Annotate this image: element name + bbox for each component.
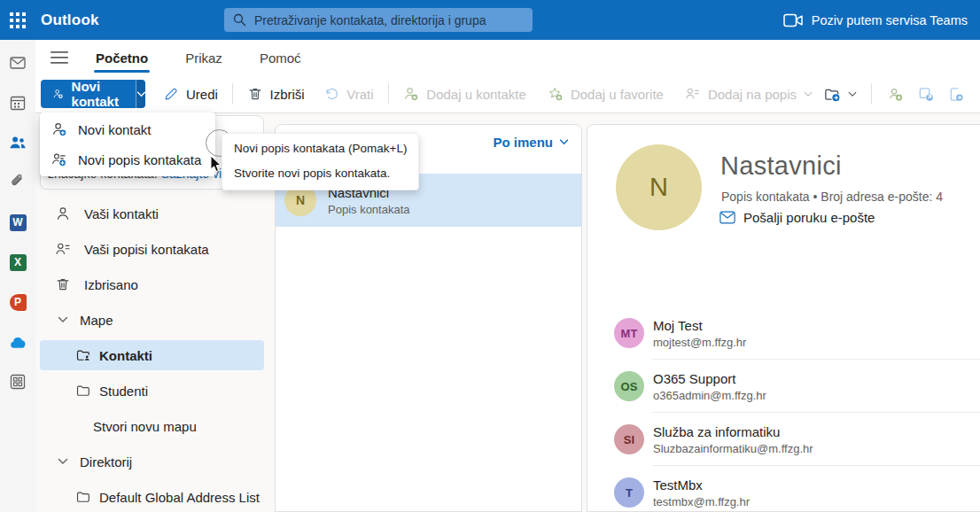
avatar: OS	[614, 371, 644, 401]
top-bar: Outlook Poziv putem servisa Teams	[0, 0, 980, 40]
menu-item-tooltip: Novi popis kontakata (Pomak+L) Stvorite …	[222, 133, 419, 190]
new-contact-menu: Novi kontakt Novi popis kontakata	[40, 112, 215, 176]
add-to-contacts-button[interactable]: Dodaj u kontakte	[397, 80, 532, 108]
group-meta: Popis kontakata • Broj adresa e-pošte: 4	[721, 190, 943, 204]
search-input[interactable]	[254, 13, 525, 27]
sidebar-item-vasi-kontakti[interactable]: Vaši kontakti	[40, 196, 264, 231]
excel-icon[interactable]: X	[9, 253, 27, 271]
menu-item-novi-kontakt[interactable]: Novi kontakt	[40, 114, 215, 144]
import-contacts-button[interactable]	[941, 80, 971, 108]
video-camera-icon	[783, 13, 803, 27]
sort-label: Po imenu	[493, 135, 553, 150]
undo-icon	[323, 86, 339, 102]
people-add-icon	[51, 151, 67, 167]
member-row-testmbx[interactable]: T TestMbx testmbx@m.ffzg.hr	[614, 466, 980, 512]
pencil-icon	[163, 86, 179, 102]
sidebar-group-mape[interactable]: Mape	[40, 302, 264, 337]
move-to-folder-button[interactable]	[818, 80, 862, 108]
folder-icon	[75, 383, 91, 399]
sidebar-item-stvori-novu-mapu[interactable]: Stvori novu mapu	[40, 408, 264, 444]
word-icon[interactable]: W	[9, 213, 27, 231]
mail-icon[interactable]	[9, 54, 27, 72]
onedrive-icon[interactable]	[9, 333, 27, 351]
sidebar-group-direktorij[interactable]: Direktorij	[40, 444, 264, 479]
trash-icon	[55, 276, 71, 292]
manage-contacts-button[interactable]	[881, 80, 911, 108]
toolbar-right-group	[818, 80, 971, 108]
sidebar-item-vasi-popisi[interactable]: Vaši popisi kontakata	[40, 231, 264, 267]
menu-item-novi-popis-kontakata[interactable]: Novi popis kontakata	[40, 144, 215, 175]
sidebar-item-default-gal[interactable]: Default Global Address List	[40, 479, 264, 512]
contact-type: Popis kontakata	[328, 203, 410, 216]
people-list-icon	[684, 86, 701, 102]
attachments-icon[interactable]	[9, 174, 27, 191]
member-name: TestMbx	[653, 477, 750, 493]
person-add-icon	[52, 86, 64, 102]
add-to-list-button[interactable]: Dodaj na popis	[679, 80, 818, 108]
tab-prikaz[interactable]: Prikaz	[183, 43, 224, 74]
sort-by-button[interactable]: Po imenu	[493, 135, 569, 150]
member-name: Moj Test	[653, 318, 746, 333]
add-to-favorites-button[interactable]: Dodaj u favorite	[541, 80, 669, 108]
delete-button[interactable]: Izbriši	[242, 80, 310, 108]
group-avatar: N	[616, 144, 702, 230]
person-add-icon	[51, 121, 67, 137]
tab-pomoc[interactable]: Pomoć	[258, 43, 303, 74]
export-icon	[917, 86, 935, 103]
new-contact-split-button: Novi kontakt	[41, 80, 145, 108]
chevron-down-icon	[58, 316, 68, 323]
search-icon	[232, 12, 247, 27]
new-contact-button[interactable]: Novi kontakt	[41, 80, 136, 108]
edit-button[interactable]: Uredi	[158, 80, 223, 108]
toolbar-separator	[871, 83, 872, 105]
person-icon	[55, 206, 71, 221]
app-launcher-button[interactable]	[0, 0, 35, 40]
folders-sidebar: Vaši kontakti Vaši popisi kontakata Izbr…	[40, 196, 264, 512]
contact-detail-pane: N Nastavnici Popis kontakata • Broj adre…	[587, 124, 980, 512]
send-email-link[interactable]: Pošalji poruku e-pošte	[719, 210, 875, 225]
trash-icon	[247, 86, 263, 102]
avatar: T	[614, 477, 644, 508]
member-email: mojtest@m.ffzg.hr	[653, 336, 746, 349]
member-list: MT Moj Test mojtest@m.ffzg.hr OS O365 Su…	[614, 306, 980, 512]
app-title: Outlook	[41, 12, 99, 29]
member-name: Služba za informatiku	[653, 424, 813, 439]
people-list-icon	[55, 241, 71, 257]
hamburger-menu-icon[interactable]	[44, 44, 74, 71]
new-contact-dropdown-button[interactable]	[136, 80, 145, 108]
tooltip-description: Stvorite novi popis kontakata.	[234, 167, 407, 180]
ribbon-tab-row: Početno Prikaz Pomoć	[35, 40, 980, 75]
sidebar-item-studenti[interactable]: Studenti	[40, 373, 264, 408]
member-name: O365 Support	[653, 371, 766, 386]
active-tab-underline	[94, 70, 150, 73]
member-row-moj-test[interactable]: MT Moj Test mojtest@m.ffzg.hr	[614, 306, 980, 360]
waffle-icon	[8, 11, 27, 30]
group-name: Nastavnici	[720, 151, 842, 181]
member-email: o365admin@m.ffzg.hr	[653, 389, 766, 402]
chevron-down-icon	[804, 91, 813, 97]
export-contacts-button[interactable]	[911, 80, 941, 108]
sidebar-item-kontakti[interactable]: Kontakti	[40, 340, 264, 370]
search-box[interactable]	[224, 8, 533, 32]
toolbar-separator	[388, 83, 389, 105]
outlook-people-page: Outlook Poziv putem servisa Teams	[0, 0, 980, 512]
avatar: MT	[614, 318, 644, 348]
people-icon-active[interactable]	[9, 134, 27, 151]
person-add-icon-disabled	[402, 86, 419, 102]
member-row-o365-support[interactable]: OS O365 Support o365admin@m.ffzg.hr	[614, 360, 980, 413]
sidebar-item-izbrisano[interactable]: Izbrisano	[40, 267, 264, 302]
more-apps-icon[interactable]	[9, 373, 27, 391]
star-add-icon	[547, 86, 564, 102]
undo-button[interactable]: Vrati	[318, 80, 378, 108]
folder-contacts-icon	[75, 347, 91, 363]
chevron-down-icon	[559, 139, 569, 145]
teams-call-button[interactable]: Poziv putem servisa Teams	[783, 0, 968, 40]
tab-pocetno[interactable]: Početno	[94, 43, 150, 74]
chevron-down-icon	[848, 91, 857, 97]
member-email: Sluzbazainformatiku@m.ffzg.hr	[653, 442, 813, 455]
folder-icon	[75, 489, 91, 505]
app-rail: W X P	[0, 40, 35, 512]
powerpoint-icon[interactable]: P	[9, 293, 27, 311]
member-row-sluzba-za-informatiku[interactable]: SI Služba za informatiku Sluzbazainforma…	[614, 413, 980, 466]
calendar-icon[interactable]	[9, 94, 27, 112]
